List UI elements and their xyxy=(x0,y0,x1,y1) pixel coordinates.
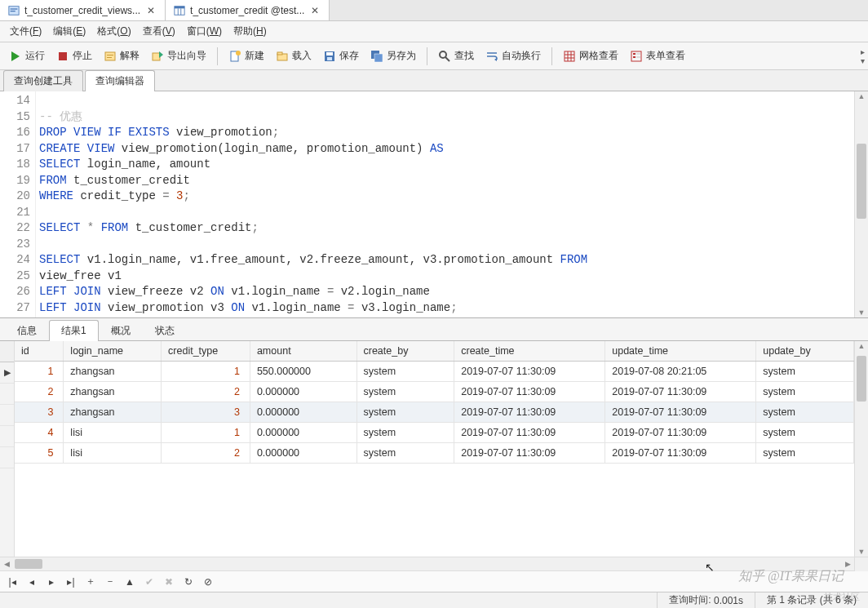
nav-cancel-button[interactable]: ✖ xyxy=(162,575,176,589)
tab-info[interactable]: 信息 xyxy=(5,320,49,341)
cell[interactable]: 0.000000 xyxy=(250,423,356,443)
column-header[interactable]: amount xyxy=(250,341,356,362)
load-button[interactable]: 载入 xyxy=(270,46,317,66)
wrap-button[interactable]: 自动换行 xyxy=(480,46,547,66)
row-marker[interactable] xyxy=(0,447,14,468)
cell[interactable]: system xyxy=(756,423,854,443)
toolbar-overflow-button[interactable]: ▸▾ xyxy=(861,47,865,65)
cell[interactable]: 1 xyxy=(15,362,64,382)
scroll-thumb[interactable] xyxy=(857,356,866,402)
cell[interactable]: zhangsan xyxy=(64,362,162,382)
cell[interactable]: 0.000000 xyxy=(250,402,356,423)
doc-tab-0[interactable]: t_customer_credit_views... ✕ xyxy=(0,0,166,20)
cell[interactable]: 550.000000 xyxy=(250,362,356,382)
table-row[interactable]: 4lisi10.000000system2019-07-07 11:30:092… xyxy=(15,423,854,443)
menu-item[interactable]: 查看(V) xyxy=(138,23,180,40)
cell[interactable]: system xyxy=(356,382,454,402)
cell[interactable]: 0.000000 xyxy=(250,382,356,402)
cell[interactable]: system xyxy=(356,362,454,382)
table-row[interactable]: 1zhangsan1550.000000system2019-07-07 11:… xyxy=(15,362,854,382)
scroll-down-icon[interactable]: ▼ xyxy=(855,548,868,556)
close-icon[interactable]: ✕ xyxy=(145,5,157,16)
scroll-right-icon[interactable]: ▶ xyxy=(841,560,854,568)
row-marker[interactable] xyxy=(0,426,14,447)
cell[interactable]: 2019-07-08 20:21:05 xyxy=(605,362,756,382)
cell[interactable]: zhangsan xyxy=(64,402,162,423)
column-header[interactable]: update_time xyxy=(605,341,756,362)
column-header[interactable]: credit_type xyxy=(162,341,250,362)
run-button[interactable]: 运行 xyxy=(3,46,51,66)
save-button[interactable]: 保存 xyxy=(317,46,365,66)
find-button[interactable]: 查找 xyxy=(432,46,480,66)
scroll-down-icon[interactable]: ▼ xyxy=(855,308,868,317)
cell[interactable]: 3 xyxy=(15,402,64,423)
tab-query-editor[interactable]: 查询编辑器 xyxy=(85,70,155,91)
menu-item[interactable]: 帮助(H) xyxy=(228,23,272,40)
code-area[interactable]: -- 优惠 DROP VIEW IF EXISTS view_promotion… xyxy=(36,91,854,317)
nav-delete-button[interactable]: － xyxy=(103,575,117,589)
nav-next-button[interactable]: ▸ xyxy=(44,575,59,589)
cell[interactable]: 2019-07-07 11:30:09 xyxy=(454,382,605,402)
scroll-track[interactable] xyxy=(13,557,841,570)
tab-profile[interactable]: 概况 xyxy=(99,320,143,341)
menu-item[interactable]: 文件(F) xyxy=(5,23,46,40)
table-row[interactable]: 3zhangsan30.000000system2019-07-07 11:30… xyxy=(15,402,854,423)
cell[interactable]: 1 xyxy=(162,423,250,443)
nav-first-button[interactable]: |◂ xyxy=(5,575,20,589)
column-header[interactable]: id xyxy=(15,341,64,362)
nav-prev-button[interactable]: ◂ xyxy=(24,575,39,589)
scroll-left-icon[interactable]: ◀ xyxy=(0,560,13,568)
nav-edit-button[interactable]: ▲ xyxy=(122,575,137,589)
cell[interactable]: 2019-07-07 11:30:09 xyxy=(605,443,756,464)
column-header[interactable]: update_by xyxy=(756,341,854,362)
cell[interactable]: lisi xyxy=(64,423,162,443)
cell[interactable]: system xyxy=(756,443,854,464)
stop-button[interactable]: 停止 xyxy=(51,46,98,66)
gridview-button[interactable]: 网格查看 xyxy=(557,46,624,66)
row-marker[interactable] xyxy=(0,405,14,426)
close-icon[interactable]: ✕ xyxy=(309,5,321,16)
column-header[interactable]: login_name xyxy=(64,341,162,362)
cell[interactable]: 2019-07-07 11:30:09 xyxy=(605,423,756,443)
table-row[interactable]: 5lisi20.000000system2019-07-07 11:30:092… xyxy=(15,443,854,464)
row-marker[interactable]: ▶ xyxy=(0,362,14,384)
cell[interactable]: 0.000000 xyxy=(250,443,356,464)
explain-button[interactable]: 解释 xyxy=(98,46,145,66)
cell[interactable]: system xyxy=(356,402,454,423)
data-table[interactable]: idlogin_namecredit_typeamountcreate_bycr… xyxy=(15,341,854,464)
scroll-thumb[interactable] xyxy=(15,559,42,569)
cell[interactable]: 2 xyxy=(162,382,250,402)
cell[interactable]: 2019-07-07 11:30:09 xyxy=(454,423,605,443)
sql-editor[interactable]: 14 15 16 17 18 19 20 21 22 23 24 25 26 2… xyxy=(0,91,868,318)
export-wizard-button[interactable]: 导出向导 xyxy=(145,46,212,66)
menu-item[interactable]: 格式(O) xyxy=(92,23,135,40)
grid-body[interactable]: idlogin_namecredit_typeamountcreate_bycr… xyxy=(15,341,854,557)
nav-stop-button[interactable]: ⊘ xyxy=(201,575,215,589)
doc-tab-1[interactable]: t_customer_credit @test... ✕ xyxy=(166,0,330,20)
cell[interactable]: lisi xyxy=(64,443,162,464)
cell[interactable]: 4 xyxy=(15,423,64,443)
menu-item[interactable]: 编辑(E) xyxy=(48,23,91,40)
cell[interactable]: 2019-07-07 11:30:09 xyxy=(605,402,756,423)
cell[interactable]: 2 xyxy=(15,382,64,402)
cell[interactable]: system xyxy=(356,423,454,443)
cell[interactable]: zhangsan xyxy=(64,382,162,402)
column-header[interactable]: create_time xyxy=(454,341,605,362)
cell[interactable]: system xyxy=(356,443,454,464)
row-marker[interactable] xyxy=(0,384,14,405)
new-button[interactable]: 新建 xyxy=(223,46,270,66)
cell[interactable]: 3 xyxy=(162,402,250,423)
cell[interactable]: 2019-07-07 11:30:09 xyxy=(454,443,605,464)
nav-add-button[interactable]: ＋ xyxy=(83,575,98,589)
formview-button[interactable]: 表单查看 xyxy=(624,46,691,66)
cell[interactable]: 2 xyxy=(162,443,250,464)
cell[interactable]: system xyxy=(756,362,854,382)
grid-vertical-scrollbar[interactable]: ▲ ▼ xyxy=(854,341,868,557)
grid-horizontal-scrollbar[interactable]: ◀ ▶ xyxy=(0,557,868,570)
editor-vertical-scrollbar[interactable]: ▲ ▼ xyxy=(854,91,868,317)
cell[interactable]: 5 xyxy=(15,443,64,464)
cell[interactable]: 1 xyxy=(162,362,250,382)
cell[interactable]: 2019-07-07 11:30:09 xyxy=(454,402,605,423)
saveas-button[interactable]: 另存为 xyxy=(365,46,422,66)
tab-result1[interactable]: 结果1 xyxy=(49,320,99,341)
